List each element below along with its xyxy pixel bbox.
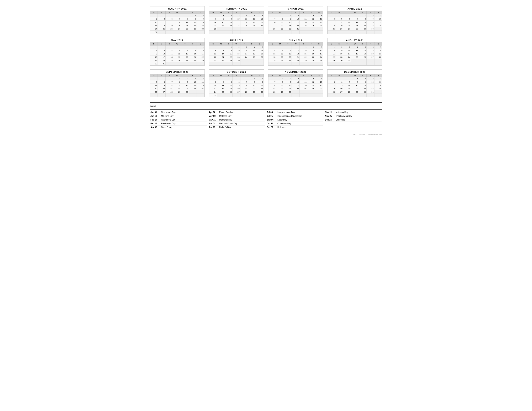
cal-day	[256, 62, 264, 66]
cal-day: 17	[150, 24, 158, 27]
notes-label: Notes	[150, 105, 382, 107]
day-header: M	[276, 42, 284, 46]
cal-day	[299, 62, 307, 66]
cal-day: 29	[359, 27, 366, 30]
cal-day	[307, 90, 315, 94]
cal-day: 17	[189, 84, 197, 87]
cal-day: 17	[343, 52, 351, 56]
cal-day: 16	[233, 52, 240, 56]
day-header: T	[225, 11, 232, 14]
cal-day: 6	[315, 14, 323, 17]
cal-day: 28	[189, 59, 197, 62]
cal-day: 24	[209, 90, 217, 94]
cal-day: 25	[217, 90, 225, 94]
cal-day: 1	[359, 14, 366, 17]
cal-day	[248, 62, 256, 66]
day-header: T	[225, 42, 232, 46]
day-header: W	[233, 42, 240, 46]
day-header: F	[189, 11, 197, 14]
cal-day: 17	[374, 20, 382, 24]
cal-day: 24	[233, 24, 240, 27]
cal-day: 15	[276, 84, 284, 87]
note-name: Independence Day	[277, 111, 309, 114]
cal-day: 1	[248, 77, 256, 80]
cal-day: 25	[248, 56, 256, 59]
cal-day	[268, 46, 276, 49]
cal-day: 3	[374, 14, 382, 17]
day-header: S	[256, 74, 264, 77]
day-header: W	[173, 42, 181, 46]
cal-day	[343, 62, 351, 66]
cal-day	[197, 90, 204, 94]
cal-day: 19	[173, 56, 181, 59]
cal-day	[268, 94, 276, 97]
cal-day	[225, 27, 232, 30]
note-name: Thanksgiving Day	[336, 115, 367, 117]
day-header: T	[284, 42, 292, 46]
day-header: F	[189, 74, 197, 77]
cal-table-6: SMTWTFS123456789101112131415161718192021…	[209, 42, 264, 66]
cal-day	[351, 62, 359, 66]
note-row: Jan 18M L King Day	[151, 114, 207, 118]
note-name: National Donut Day	[219, 122, 250, 125]
cal-day	[351, 30, 359, 34]
cal-day: 24	[240, 56, 248, 59]
day-header: M	[276, 74, 284, 77]
month-block-11: NOVEMBER 2021SMTWTFS12345678910111213141…	[268, 69, 323, 97]
cal-day: 2	[307, 46, 315, 49]
cal-day: 8	[299, 49, 307, 52]
cal-day: 23	[359, 87, 366, 90]
cal-day: 16	[181, 84, 189, 87]
cal-day: 28	[181, 27, 189, 30]
cal-day	[343, 77, 351, 80]
month-block-3: MARCH 2021SMTWTFS12345678910111213141516…	[268, 6, 323, 34]
cal-day: 24	[292, 24, 299, 27]
cal-day: 29	[173, 90, 181, 94]
cal-day: 9	[359, 80, 366, 84]
cal-day: 10	[315, 49, 323, 52]
cal-day: 11	[197, 80, 204, 84]
cal-day	[328, 94, 335, 97]
cal-day	[367, 30, 374, 34]
cal-day: 8	[248, 80, 256, 84]
cal-day: 15	[359, 20, 366, 24]
note-name: Father's Day	[219, 126, 250, 128]
cal-day	[225, 77, 232, 80]
cal-day: 5	[256, 46, 264, 49]
cal-day: 30	[359, 90, 366, 94]
cal-day: 5	[335, 17, 343, 20]
cal-day	[256, 30, 264, 34]
month-title-11: NOVEMBER 2021	[268, 70, 323, 74]
note-name: Valentine's Day	[161, 119, 192, 121]
cal-day	[315, 30, 323, 34]
cal-day: 11	[268, 52, 276, 56]
cal-day	[256, 94, 264, 97]
cal-day	[233, 30, 240, 34]
cal-day: 2	[367, 14, 374, 17]
note-date: Jul 05	[267, 115, 276, 117]
day-header: W	[233, 74, 240, 77]
cal-day: 10	[158, 52, 165, 56]
month-title-4: APRIL 2021	[328, 6, 382, 10]
note-name: Christmas	[336, 119, 367, 121]
cal-day	[150, 94, 158, 97]
cal-day: 19	[359, 52, 366, 56]
day-header: M	[335, 42, 343, 46]
cal-day	[335, 94, 343, 97]
cal-day	[315, 62, 323, 66]
cal-day	[335, 77, 343, 80]
cal-day: 18	[328, 24, 335, 27]
cal-day: 26	[248, 24, 256, 27]
cal-day: 14	[374, 49, 382, 52]
cal-day: 15	[248, 84, 256, 87]
cal-day	[240, 62, 248, 66]
cal-day: 22	[225, 56, 232, 59]
note-date: May 31	[209, 119, 218, 121]
cal-day: 14	[351, 20, 359, 24]
cal-day: 25	[268, 59, 276, 62]
cal-day: 31	[343, 59, 351, 62]
cal-day: 15	[351, 84, 359, 87]
cal-day: 11	[351, 49, 359, 52]
cal-day: 25	[299, 87, 307, 90]
cal-day: 7	[343, 80, 351, 84]
